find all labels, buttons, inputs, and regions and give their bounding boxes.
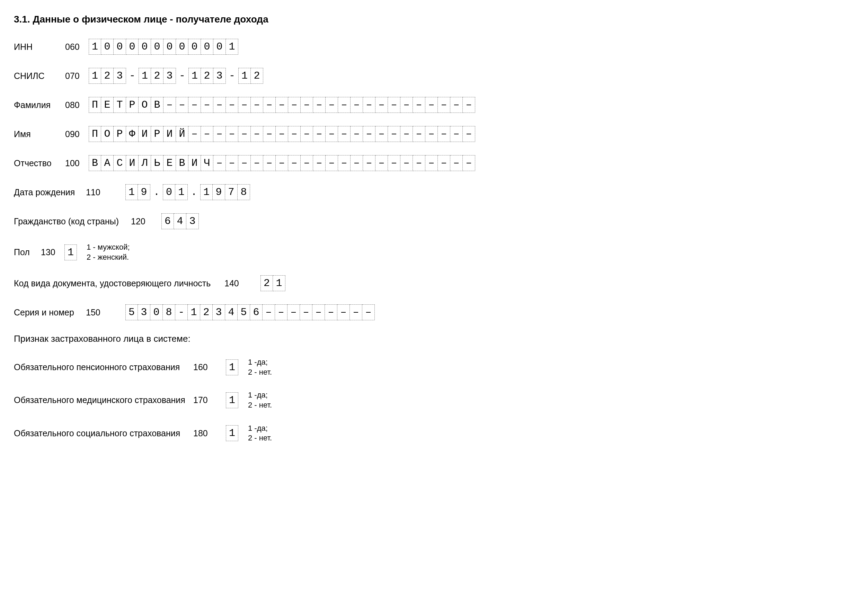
cell: 1 bbox=[188, 68, 201, 84]
code-snils: 070 bbox=[65, 71, 83, 81]
cell: – bbox=[388, 126, 400, 142]
separator: . bbox=[150, 184, 163, 200]
cell: – bbox=[276, 126, 288, 142]
cell: – bbox=[326, 97, 338, 113]
label-patronymic: Отчество bbox=[14, 158, 59, 168]
cell: 0 bbox=[126, 39, 139, 55]
cell-group: 123 bbox=[89, 68, 126, 84]
cell: С bbox=[114, 155, 126, 171]
cell: 8 bbox=[237, 184, 250, 200]
cell: – bbox=[301, 97, 313, 113]
cell: 0 bbox=[139, 39, 151, 55]
legend-pension: 1 -да;2 - нет. bbox=[248, 357, 272, 377]
label-sex: Пол bbox=[14, 247, 34, 257]
code-medical: 170 bbox=[193, 395, 211, 405]
cells-medical: 1 bbox=[226, 392, 238, 408]
cell: – bbox=[313, 97, 326, 113]
cell: Р bbox=[114, 126, 126, 142]
cell: – bbox=[425, 126, 438, 142]
cell: – bbox=[300, 304, 312, 320]
cell: – bbox=[375, 126, 388, 142]
label-citizenship: Гражданство (код страны) bbox=[14, 217, 125, 226]
cell: – bbox=[276, 155, 288, 171]
cell: 1 bbox=[64, 245, 77, 260]
cell: 0 bbox=[164, 39, 176, 55]
cell: – bbox=[463, 155, 475, 171]
cell: 8 bbox=[163, 304, 175, 320]
cell: Й bbox=[176, 126, 188, 142]
cell: Л bbox=[139, 155, 151, 171]
cell: – bbox=[251, 126, 263, 142]
label-docnum: Серия и номер bbox=[14, 307, 80, 318]
cell: 1 bbox=[226, 39, 238, 55]
label-medical: Обязательного медицинского страхования bbox=[14, 395, 187, 405]
cell: 6 bbox=[250, 304, 262, 320]
cells-sex: 1 bbox=[64, 245, 77, 260]
cell: 2 bbox=[101, 68, 114, 84]
cell: 1 bbox=[273, 275, 286, 291]
cell: – bbox=[400, 97, 413, 113]
cell: Ф bbox=[126, 126, 139, 142]
cell: – bbox=[338, 97, 350, 113]
cell: – bbox=[275, 304, 287, 320]
cell: – bbox=[325, 304, 337, 320]
cells-inn: 100000000001 bbox=[89, 39, 238, 55]
cell: Т bbox=[114, 97, 126, 113]
cell: – bbox=[326, 126, 338, 142]
cell: И bbox=[164, 126, 176, 142]
cell: – bbox=[463, 126, 475, 142]
cell: – bbox=[176, 97, 188, 113]
cell: – bbox=[301, 155, 313, 171]
cell: И bbox=[139, 126, 151, 142]
row-pension: Обязательного пенсионного страхования 16… bbox=[14, 357, 845, 377]
cell: – bbox=[213, 97, 226, 113]
cell: 5 bbox=[125, 304, 138, 320]
cell: – bbox=[350, 97, 363, 113]
separator: . bbox=[188, 184, 200, 200]
cell: – bbox=[438, 126, 450, 142]
cell: Ч bbox=[201, 155, 213, 171]
cell: – bbox=[288, 126, 301, 142]
cell: – bbox=[251, 97, 263, 113]
label-pension: Обязательного пенсионного страхования bbox=[14, 362, 187, 372]
cell: – bbox=[188, 126, 201, 142]
cell: – bbox=[238, 155, 251, 171]
cell: 5 bbox=[237, 304, 250, 320]
cell: – bbox=[413, 126, 425, 142]
cell-group: 123 bbox=[139, 68, 176, 84]
row-sex: Пол 130 1 1 - мужской;2 - женский. bbox=[14, 242, 845, 262]
cell: В bbox=[151, 97, 164, 113]
cell: – bbox=[463, 97, 475, 113]
cell: 0 bbox=[163, 184, 175, 200]
cell: – bbox=[276, 97, 288, 113]
cell: – bbox=[450, 155, 463, 171]
cell: 1 bbox=[175, 184, 188, 200]
label-social: Обязательного социального страхования bbox=[14, 428, 187, 438]
cell: – bbox=[226, 126, 238, 142]
cell: 1 bbox=[226, 359, 238, 375]
cells-social: 1 bbox=[226, 425, 238, 441]
code-dob: 110 bbox=[86, 187, 103, 197]
separator: - bbox=[226, 68, 238, 84]
code-surname: 080 bbox=[65, 100, 83, 110]
cell: 2 bbox=[151, 68, 164, 84]
cell: – bbox=[251, 155, 263, 171]
cell: – bbox=[287, 304, 300, 320]
cell: – bbox=[213, 126, 226, 142]
cell: П bbox=[89, 126, 101, 142]
cell: 3 bbox=[213, 304, 225, 320]
cell: Р bbox=[126, 97, 139, 113]
cell: – bbox=[326, 155, 338, 171]
cells-surname: ПЕТРОВ––––––––––––––––––––––––– bbox=[89, 97, 475, 113]
cell-group: 123 bbox=[188, 68, 226, 84]
cell: – bbox=[438, 97, 450, 113]
row-docnum: Серия и номер 150 5308-123456––––––––– bbox=[14, 304, 845, 320]
cell: – bbox=[337, 304, 350, 320]
cell: 3 bbox=[138, 304, 150, 320]
cell: 1 bbox=[89, 39, 101, 55]
cell: – bbox=[350, 155, 363, 171]
legend-sex: 1 - мужской;2 - женский. bbox=[87, 242, 130, 262]
cell: – bbox=[226, 155, 238, 171]
cell: 9 bbox=[213, 184, 225, 200]
cells-pension: 1 bbox=[226, 359, 238, 375]
